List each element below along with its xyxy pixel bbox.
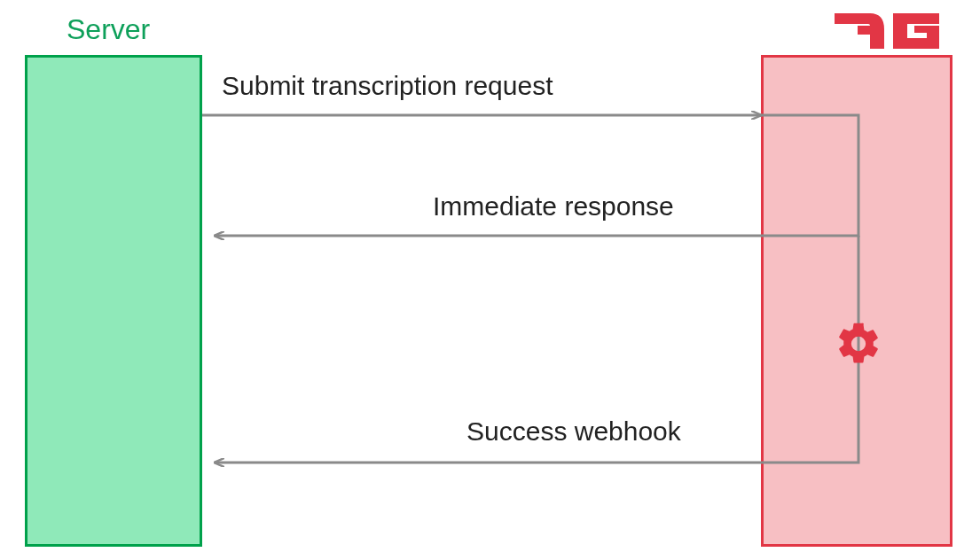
gear-icon: [834, 319, 883, 369]
server-label: Server: [67, 13, 150, 46]
label-submit-request: Submit transcription request: [222, 71, 553, 101]
dg-logo: [835, 13, 941, 58]
server-lifeline-box: [25, 55, 202, 547]
label-immediate-response: Immediate response: [433, 191, 674, 222]
dg-lifeline-box: [761, 55, 952, 547]
label-success-webhook: Success webhook: [466, 416, 681, 447]
